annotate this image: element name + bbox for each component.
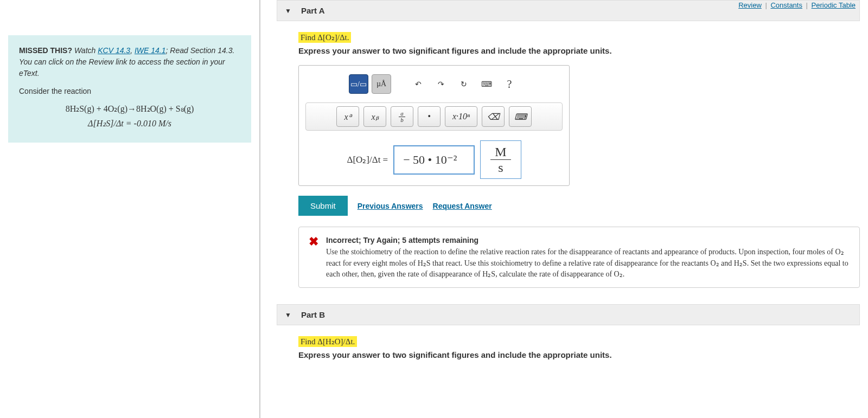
subscript-button[interactable]: xᵦ [363,106,386,127]
caret-down-icon: ▼ [285,311,291,319]
iwe-link[interactable]: IWE 14.1 [135,46,166,55]
part-b-title: Part B [301,310,325,319]
undo-button[interactable]: ↶ [409,74,428,94]
feedback-box: ✖ Incorrect; Try Again; 5 attempts remai… [298,227,860,288]
answer-line: Δ[O₂]/Δt = − 50 • 10⁻² M s [305,140,563,179]
redo-button[interactable]: ↷ [431,74,451,94]
missed-this-box: MISSED THIS? Watch KCV 14.3, IWE 14.1; R… [8,35,251,143]
help-button[interactable]: ? [500,74,519,94]
unit-input[interactable]: M s [480,140,521,179]
kcv-link[interactable]: KCV 14.3 [98,46,130,55]
given-rate: Δ[H₂S]/Δt = -0.010 M/s [19,118,240,128]
instruction-b: Express your answer to two significant f… [298,350,860,359]
request-answer-link[interactable]: Request Answer [433,202,492,210]
dot-button[interactable]: • [418,106,441,127]
incorrect-icon: ✖ [309,235,318,249]
part-a-title: Part A [301,6,325,15]
find-expression-a: Δ[O₂]/Δt. [317,33,349,42]
consider-text: Consider the reaction [19,86,240,97]
top-nav-links: Review | Constants | Periodic Table [737,1,857,9]
answer-entry-box: ▭/▭ µÅ ↶ ↷ ↻ ⌨ ? xᵃ xᵦ ab • x·10ⁿ ⌫ ⌨ [298,65,570,186]
part-b-header[interactable]: ▼ Part B [277,304,860,325]
feedback-body: Use the stoichiometry of the reaction to… [326,247,850,280]
find-expression-b: Δ[H₂O]/Δt. [317,337,355,346]
caret-down-icon: ▼ [285,7,291,15]
button-row: Submit Previous Answers Request Answer [298,196,860,216]
superscript-button[interactable]: xᵃ [336,106,359,127]
review-link[interactable]: Review [738,1,762,9]
highlight-b: Find Δ[H₂O]/Δt. [298,336,357,347]
reaction-equation: 8H₂S(g) + 4O₂(g)→8H₂O(g) + S₈(g) [19,104,240,114]
constants-link[interactable]: Constants [770,1,802,9]
unit-numerator: M [490,144,510,160]
periodic-link[interactable]: Periodic Table [812,1,856,9]
missed-watch: Watch [74,46,98,55]
left-panel: MISSED THIS? Watch KCV 14.3, IWE 14.1; R… [0,0,260,418]
instruction-a: Express your answer to two significant f… [298,46,860,55]
value-input[interactable]: − 50 • 10⁻² [393,145,475,175]
right-panel: ▼ Part A Find Δ[O₂]/Δt. Express your ans… [260,0,868,418]
feedback-heading: Incorrect; Try Again; 5 attempts remaini… [326,235,850,246]
units-button[interactable]: µÅ [372,74,391,94]
toolbar-row-2: xᵃ xᵦ ab • x·10ⁿ ⌫ ⌨ [305,102,563,131]
toolbar-row-1: ▭/▭ µÅ ↶ ↷ ↻ ⌨ ? [305,72,563,96]
keyboard-toggle-button[interactable]: ⌨ [509,106,532,127]
backspace-button[interactable]: ⌫ [482,106,505,127]
highlight-a: Find Δ[O₂]/Δt. [298,32,351,43]
unit-denominator: s [490,160,510,175]
keyboard-button[interactable]: ⌨ [477,74,496,94]
missed-prefix: MISSED THIS? [19,46,72,55]
fraction-button[interactable]: ab [391,106,413,127]
submit-button[interactable]: Submit [298,196,348,216]
scientific-button[interactable]: x·10ⁿ [445,106,477,127]
reset-button[interactable]: ↻ [454,74,474,94]
template-button[interactable]: ▭/▭ [349,74,368,94]
previous-answers-link[interactable]: Previous Answers [358,202,423,210]
answer-label: Δ[O₂]/Δt = [347,154,388,165]
